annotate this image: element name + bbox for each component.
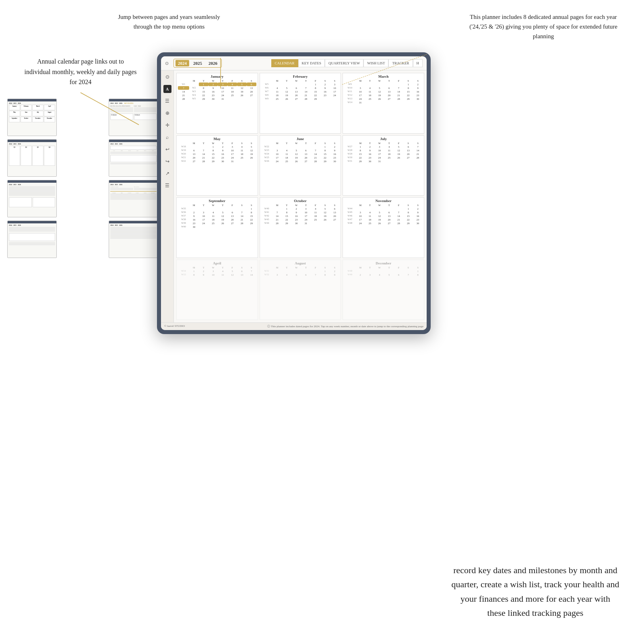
month-title-june: June bbox=[261, 137, 340, 141]
jan-d12[interactable]: 12 bbox=[237, 86, 247, 90]
footer-info: ⓘ This planner includes dated pages for … bbox=[267, 324, 423, 328]
jan-d23[interactable]: 23 bbox=[208, 93, 218, 97]
month-july: July MTW TFSS W27 123 4567 W28 8910 1112… bbox=[343, 135, 424, 196]
thumbnail-quarterly[interactable]: 2024 2025 2026 Q1 Q2 Q3 Q4 bbox=[7, 139, 57, 177]
menu-tab-quarterly[interactable]: QUARTERLY VIEW bbox=[325, 59, 363, 67]
annotation-right-top: This planner includes 8 dedicated annual… bbox=[467, 12, 620, 41]
menu-tab-key-dates[interactable]: KEY DATES bbox=[298, 59, 325, 67]
jan-d7[interactable]: 7 bbox=[178, 86, 189, 90]
cal-header-t: T bbox=[199, 79, 208, 83]
jan-d8[interactable]: 8 bbox=[199, 86, 208, 90]
thumbnail-key-dates[interactable]: 202420252026 KEY DATES ROUTING HEALTH AP… bbox=[109, 99, 158, 136]
annotation-center-top-text: Jump between pages and years seamlessly … bbox=[118, 14, 220, 30]
month-title-october: October bbox=[261, 199, 340, 203]
cal-header-wk-jan bbox=[178, 79, 189, 83]
sidebar-icon-layers[interactable]: ⊕ bbox=[163, 109, 171, 117]
sidebar-icon-clock[interactable]: ⊙ bbox=[163, 73, 171, 81]
jan-d6[interactable]: 6 bbox=[247, 83, 256, 86]
month-february: February MTW TFSS W5 123 W6 456 78910 W7… bbox=[260, 73, 341, 134]
menu-tab-more[interactable]: H bbox=[413, 59, 423, 67]
menu-tabs[interactable]: CALENDAR KEY DATES QUARTERLY VIEW WISH L… bbox=[271, 59, 423, 67]
jan-d28[interactable]: 28 bbox=[178, 97, 189, 101]
sidebar-icon-redo[interactable]: ↪ bbox=[163, 157, 171, 165]
bottom-description-text: record key dates and milestones by month… bbox=[452, 565, 619, 618]
cal-header-s1: S bbox=[237, 79, 247, 83]
sidebar-icon-a[interactable]: A bbox=[163, 85, 171, 93]
jan-d20[interactable]: 20 bbox=[247, 90, 256, 93]
week-num-w5[interactable]: W5 bbox=[189, 97, 199, 101]
year-tab-2024[interactable]: 2024 bbox=[175, 60, 189, 66]
jan-d27[interactable]: 27 bbox=[247, 93, 256, 97]
footer-brand: © laavel STUDIO bbox=[164, 324, 185, 328]
jan-d25[interactable]: 25 bbox=[227, 93, 237, 97]
thumbnail-health-detail[interactable]: 202420252026 JAN FEB MAR APR MAY JUN bbox=[109, 139, 158, 177]
annotation-right-top-text: This planner includes 8 dedicated annual… bbox=[469, 14, 617, 39]
month-march: March MTW TFSS W9 12 W10 345 6789 W11 10… bbox=[343, 73, 424, 134]
month-title-december: December bbox=[344, 261, 423, 265]
sidebar-icon-undo[interactable]: ↩ bbox=[163, 145, 171, 153]
month-september: September MTW TFSS W35 1 W36 234 5678 W3… bbox=[176, 197, 258, 258]
thumbnail-planner-detail[interactable]: 202420252026 bbox=[109, 221, 158, 258]
jan-d5[interactable]: 5 bbox=[237, 83, 247, 86]
jan-d9[interactable]: 9 bbox=[208, 86, 218, 90]
main-area: ⊙ A ☰ ⊕ ✛ ⌕ ↩ ↪ ↗ ☰ January M bbox=[161, 70, 427, 322]
month-title-january: January bbox=[178, 74, 256, 78]
menu-tab-calendar[interactable]: CALENDAR bbox=[271, 59, 298, 67]
bottom-description: record key dates and milestones by month… bbox=[451, 563, 620, 620]
jan-d15[interactable]: 15 bbox=[199, 90, 208, 93]
jan-d2[interactable]: 2 bbox=[208, 83, 218, 86]
thumbnail-finance[interactable]: 202420252026 bbox=[7, 221, 57, 258]
cal-header-w: W bbox=[208, 79, 218, 83]
sidebar-icon-move[interactable]: ✛ bbox=[163, 121, 171, 129]
week-num-w4[interactable]: W4 bbox=[189, 93, 199, 97]
thumbnails-column-2: 202420252026 KEY DATES ROUTING HEALTH AP… bbox=[109, 99, 158, 261]
year-tabs[interactable]: 2024 2025 2026 bbox=[173, 59, 222, 68]
clock-icon: ⊙ bbox=[165, 61, 169, 66]
month-august-partial: August MTW TFSS W31 12 W32 345 6789 bbox=[260, 260, 341, 320]
cal-header-m: M bbox=[189, 79, 199, 83]
jan-d11[interactable]: 11 bbox=[227, 86, 237, 90]
jan-d22[interactable]: 22 bbox=[199, 93, 208, 97]
calendar-grid: January M T W T F S S W1 1 2 bbox=[174, 70, 427, 322]
sidebar-icon-search[interactable]: ⌕ bbox=[163, 133, 171, 141]
jan-d18[interactable]: 18 bbox=[227, 90, 237, 93]
jan-d29[interactable]: 29 bbox=[199, 97, 208, 101]
week-num-w1[interactable]: W1 bbox=[178, 83, 189, 86]
jan-d4[interactable]: 4 bbox=[227, 83, 237, 86]
jan-d10[interactable]: 10 bbox=[218, 86, 227, 90]
month-january: January M T W T F S S W1 1 2 bbox=[176, 73, 258, 134]
jan-d26[interactable]: 26 bbox=[237, 93, 247, 97]
sidebar-icon-export[interactable]: ↗ bbox=[163, 169, 171, 178]
thumbnail-finance-detail[interactable]: 202420252026 STARTING POINT MY GOALS INC… bbox=[109, 180, 158, 217]
jan-d31[interactable]: 31 bbox=[218, 97, 227, 101]
thumbnail-health[interactable]: 202420252026 bbox=[7, 180, 57, 217]
month-title-november: November bbox=[344, 199, 423, 203]
menu-tab-wish-list[interactable]: WISH LIST bbox=[363, 59, 388, 67]
jan-d24[interactable]: 24 bbox=[218, 93, 227, 97]
jan-d19[interactable]: 19 bbox=[237, 90, 247, 93]
jan-d21[interactable]: 21 bbox=[178, 93, 189, 97]
top-navigation: ⊙ 2024 2025 2026 CALENDAR KEY DATES QUAR… bbox=[161, 56, 427, 70]
month-june: June MTW TFSS W22 12 W23 345 6789 W24 10… bbox=[260, 135, 341, 196]
year-tab-2025[interactable]: 2025 bbox=[191, 60, 204, 66]
jan-d1[interactable]: 1 bbox=[199, 83, 208, 86]
bottom-bar: © laavel STUDIO ⓘ This planner includes … bbox=[161, 322, 427, 330]
week-num-w3[interactable]: W3 bbox=[189, 90, 199, 93]
jan-d3[interactable]: 3 bbox=[218, 83, 227, 86]
jan-d16[interactable]: 16 bbox=[208, 90, 218, 93]
sidebar: ⊙ A ☰ ⊕ ✛ ⌕ ↩ ↪ ↗ ☰ bbox=[161, 70, 174, 322]
jan-d14[interactable]: 14 bbox=[178, 90, 189, 93]
year-tab-2026[interactable]: 2026 bbox=[206, 60, 220, 66]
month-title-september: September bbox=[178, 199, 256, 203]
cal-header-f: F bbox=[227, 79, 237, 83]
jan-d17[interactable]: 17 bbox=[218, 90, 227, 93]
month-october: October MTW TFSS W40 12 3456 W41 789 101… bbox=[260, 197, 341, 258]
month-title-may: May bbox=[178, 137, 256, 141]
sidebar-icon-menu[interactable]: ☰ bbox=[163, 97, 171, 105]
sidebar-icon-stack[interactable]: ☰ bbox=[163, 182, 171, 190]
menu-tab-tracker[interactable]: TRACKER bbox=[388, 59, 413, 67]
jan-d13[interactable]: 13 bbox=[247, 86, 256, 90]
thumbnail-annual-calendar[interactable]: 2024 2025 2026 January February March Ap… bbox=[7, 99, 57, 136]
week-num-w2[interactable]: W2 bbox=[189, 86, 199, 90]
jan-d30[interactable]: 30 bbox=[208, 97, 218, 101]
